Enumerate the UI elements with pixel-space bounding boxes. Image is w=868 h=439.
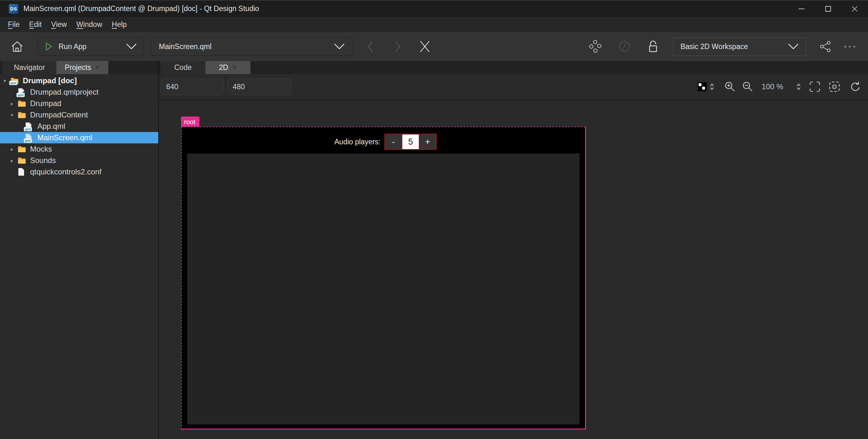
tree-item-app-qml[interactable]: qml App.qml bbox=[0, 121, 158, 132]
menu-file[interactable]: File bbox=[3, 20, 24, 29]
fit-to-screen-button[interactable] bbox=[809, 81, 820, 92]
workspace-selector[interactable]: Basic 2D Workspace bbox=[673, 37, 807, 56]
zoom-in-button[interactable] bbox=[724, 81, 736, 92]
menu-help[interactable]: Help bbox=[107, 20, 131, 29]
design-pane: 100 % bbox=[159, 74, 868, 439]
up-down-arrows-icon bbox=[709, 82, 715, 91]
background-stepper[interactable] bbox=[709, 82, 715, 91]
chevron-down-icon[interactable] bbox=[787, 43, 799, 50]
close-icon bbox=[420, 40, 430, 53]
hexagon-cluster-icon bbox=[588, 39, 602, 54]
play-icon bbox=[44, 42, 53, 51]
file-icon bbox=[18, 168, 27, 176]
qml-badge: qml bbox=[9, 81, 18, 85]
tree-item-sounds[interactable]: ▸ Sounds bbox=[0, 155, 158, 166]
home-button[interactable] bbox=[8, 40, 26, 53]
root-item-tag[interactable]: root bbox=[181, 117, 199, 127]
qmlproject-file-icon: qml bbox=[18, 88, 27, 96]
tree-item-label: qtquickcontrols2.conf bbox=[30, 167, 101, 176]
folder-icon bbox=[18, 100, 27, 107]
share-button[interactable] bbox=[818, 40, 833, 53]
go-back-button[interactable] bbox=[365, 40, 376, 53]
main-toolbar: Run App MainScreen.qml bbox=[0, 32, 868, 61]
frame-selection-icon bbox=[829, 81, 840, 92]
hexagon-slash-icon bbox=[618, 40, 631, 53]
qml-badge: qml bbox=[24, 127, 32, 131]
tree-item-mainscreen-qml[interactable]: qml MainScreen.qml bbox=[0, 132, 158, 144]
projects-panel: ▾ qml Drumpad [doc] qml Drumpad.qmlproje… bbox=[0, 74, 159, 439]
qml-file-active-icon: qml bbox=[25, 133, 34, 142]
editor-tabs: Code 2D × bbox=[159, 61, 250, 74]
expand-arrow[interactable]: ▾ bbox=[11, 112, 18, 118]
go-forward-button[interactable] bbox=[392, 40, 403, 53]
run-app-button[interactable]: Run App bbox=[38, 37, 144, 56]
qml-root-frame[interactable]: Audio players: - 5 + bbox=[181, 127, 586, 430]
chevron-left-icon bbox=[368, 40, 373, 53]
zoom-in-icon bbox=[724, 81, 736, 92]
folder-icon bbox=[18, 157, 27, 164]
canvas-height-input[interactable] bbox=[227, 79, 291, 95]
spin-increase-button[interactable]: + bbox=[420, 134, 436, 149]
folder-icon bbox=[18, 112, 27, 118]
menu-view[interactable]: View bbox=[46, 20, 71, 29]
background-color-toggle[interactable] bbox=[698, 82, 707, 91]
qml-badge: qml bbox=[24, 138, 32, 143]
lock-button[interactable] bbox=[646, 40, 660, 53]
zoom-level-stepper[interactable] bbox=[796, 82, 802, 91]
tree-item-label: Mocks bbox=[30, 145, 52, 154]
folder-icon bbox=[18, 146, 27, 153]
tree-item-label: Drumpad [doc] bbox=[23, 76, 77, 85]
tree-item-label: Drumpad.qmlproject bbox=[30, 88, 98, 97]
chevron-down-icon[interactable] bbox=[126, 43, 137, 50]
menu-edit[interactable]: Edit bbox=[24, 20, 46, 29]
chevron-down-icon[interactable] bbox=[334, 43, 345, 50]
open-document-selector[interactable]: MainScreen.qml bbox=[151, 37, 353, 56]
tree-item-label: DrumpadContent bbox=[30, 111, 88, 119]
close-document-button[interactable] bbox=[418, 40, 432, 53]
audio-players-spinbox[interactable]: - 5 + bbox=[384, 133, 437, 150]
tab-navigator[interactable]: Navigator bbox=[3, 61, 56, 74]
zoom-to-selection-button[interactable] bbox=[829, 81, 840, 92]
tab-navigator-label: Navigator bbox=[14, 63, 45, 72]
tree-item-drumpadcontent[interactable]: ▾ DrumpadContent bbox=[0, 109, 158, 121]
menu-window[interactable]: Window bbox=[71, 20, 107, 29]
canvas-area[interactable]: root Audio players: - 5 + bbox=[159, 100, 868, 439]
qml-badge: qml bbox=[17, 93, 25, 97]
tree-item-mocks[interactable]: ▸ Mocks bbox=[0, 144, 158, 155]
canvas-toolbar: 100 % bbox=[159, 74, 868, 100]
minimize-button[interactable] bbox=[788, 0, 815, 17]
spin-decrease-button[interactable]: - bbox=[385, 134, 402, 149]
edit-mode-button[interactable] bbox=[617, 40, 632, 53]
expand-arrow[interactable]: ▸ bbox=[11, 146, 18, 152]
tab-projects[interactable]: Projects × bbox=[56, 61, 108, 74]
tab-code[interactable]: Code bbox=[160, 61, 206, 74]
more-options-button[interactable]: ••• bbox=[844, 42, 857, 52]
reset-refresh-icon bbox=[850, 81, 860, 92]
tree-item-label: Sounds bbox=[30, 156, 56, 165]
zoom-out-icon bbox=[742, 81, 753, 92]
tree-item-drumpad[interactable]: ▸ Drumpad bbox=[0, 98, 158, 109]
qml-folder-icon: qml bbox=[10, 77, 20, 84]
zoom-out-button[interactable] bbox=[742, 81, 753, 92]
run-targets-button[interactable] bbox=[588, 39, 603, 54]
tree-item-drumpad-qmlproject[interactable]: qml Drumpad.qmlproject bbox=[0, 86, 158, 98]
tree-item-drumpad-doc[interactable]: ▾ qml Drumpad [doc] bbox=[0, 75, 158, 86]
close-icon[interactable]: × bbox=[232, 63, 237, 72]
tree-item-qtquickcontrols2-conf[interactable]: qtquickcontrols2.conf bbox=[0, 166, 158, 178]
close-icon[interactable]: × bbox=[95, 63, 100, 72]
expand-arrow[interactable]: ▸ bbox=[11, 101, 18, 107]
close-button[interactable] bbox=[841, 0, 868, 17]
maximize-button[interactable] bbox=[815, 0, 841, 17]
drumpad-grid-area[interactable] bbox=[187, 154, 580, 425]
spin-value[interactable]: 5 bbox=[402, 134, 420, 149]
up-down-arrows-icon bbox=[796, 82, 802, 91]
tab-2d[interactable]: 2D × bbox=[206, 61, 250, 74]
tree-item-label: Drumpad bbox=[30, 99, 61, 108]
qt-design-studio-window: DS MainScreen.qml (DrumpadContent @ Drum… bbox=[0, 0, 868, 439]
zoom-level-value[interactable]: 100 % bbox=[762, 82, 783, 91]
window-controls bbox=[788, 0, 868, 17]
canvas-width-input[interactable] bbox=[161, 79, 224, 95]
reset-view-button[interactable] bbox=[850, 81, 860, 92]
expand-arrow[interactable]: ▸ bbox=[11, 158, 18, 164]
workspace-label: Basic 2D Workspace bbox=[681, 42, 748, 51]
